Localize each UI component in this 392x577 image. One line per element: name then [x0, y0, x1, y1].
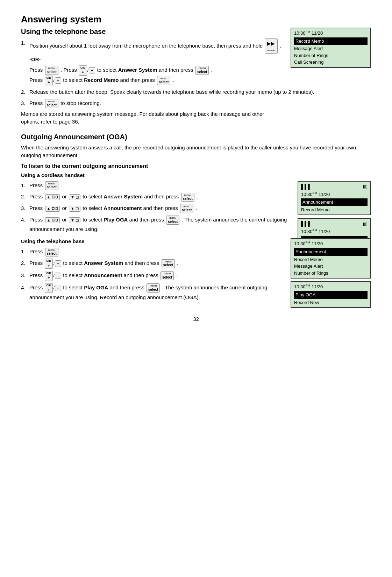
signal-icon-1: ▌▌▌ — [301, 183, 312, 190]
screen-display-1: 10:30PM 11/20 Record Memo Message Alert … — [291, 28, 371, 68]
signal-icon-2: ▌▌▌ — [301, 220, 312, 227]
battery-icon-2: ▮▯ — [363, 221, 368, 227]
screen-b1-highlight: Announcement — [294, 248, 368, 256]
section2-heading: Outgoing Announcement (OGA) — [21, 133, 371, 141]
section2-sub-heading: To listen to the current outgoing announ… — [21, 163, 371, 169]
down-btn-1: ▼ ◻ — [69, 194, 80, 200]
cid-up-btn-3: ▲ CID — [45, 217, 60, 223]
menu-select-btn-c3: menu select — [180, 204, 193, 213]
base-item-1: 1. Press menu select . — [21, 247, 284, 256]
base-section-2: Using the telephone base 10:30PM 11/20 A… — [21, 238, 371, 302]
base-item-2: 2. Press CID + / – to select Answer Syst… — [21, 259, 284, 269]
cid-plus-minus-btn-b4: CID + / – — [45, 283, 62, 293]
cordless-item-2: 2. Press ▲ CID or ▼ ◻ to select Answer S… — [21, 192, 291, 202]
screen-base-1: 10:30PM 11/20 Announcement Record Memo M… — [291, 238, 371, 279]
section-oga: Outgoing Announcement (OGA) When the ans… — [21, 133, 371, 302]
screen1-time: 10:30PM 11/20 — [294, 30, 368, 37]
screen-base-2: 10:30PM 11/20 Play OGA Record New — [291, 281, 371, 308]
menu-select-btn-b2: menu select — [162, 259, 175, 268]
memo-note: Memos are stored as answering system mes… — [21, 110, 284, 126]
menu-select-btn-b3: menu select — [161, 271, 174, 280]
screen-h1-highlight: Announcement — [301, 198, 368, 206]
screen1-line1: Message Alert — [294, 45, 368, 52]
section2-cordless-heading: Using a cordless handset — [21, 172, 371, 178]
menu-select-btn-c2: menu select — [181, 193, 194, 202]
menu-select-btn-3: menu select — [157, 76, 170, 85]
screen-b2-line1: Record New — [294, 299, 368, 306]
cordless-item-4: 4. Press ▲ CID or ▼ ◻ to select Play OGA… — [21, 215, 291, 233]
menu-select-btn-c1: menu select — [45, 181, 58, 190]
menu-select-btn-c4: menu select — [166, 216, 179, 225]
screen-h1-line1: Record Memo — [301, 207, 330, 212]
screen-b1-line2: Message Alert — [294, 263, 368, 270]
cid-up-btn-2: ▲ CID — [45, 206, 60, 212]
cid-plus-minus-btn-2: CID + / – — [45, 76, 62, 86]
page-number: 32 — [21, 316, 371, 322]
section-telephone-base: Using the telephone base 10:30PM 11/20 R… — [21, 28, 371, 126]
screen-b1-line3: Number of Rings — [294, 270, 368, 277]
page-title: Answering system — [21, 14, 371, 25]
down-btn-3: ▼ ◻ — [69, 217, 80, 223]
menu-select-btn-4: menu select — [45, 99, 58, 108]
screen1-line3: Call Screening — [294, 59, 368, 66]
screen1-highlight: Record Memo — [294, 37, 368, 45]
base-screens: 10:30PM 11/20 Announcement Record Memo M… — [291, 238, 371, 308]
cid-plus-minus-btn-b3: CID + / – — [45, 271, 62, 281]
screen-handset-1: ▌▌▌ ▮▯ 10:30PM 11/20 Announcement Record… — [298, 181, 371, 216]
section1-item2: 2. Release the button after the beep. Sp… — [21, 87, 371, 97]
menu-select-btn-b1: menu select — [45, 248, 58, 257]
screen1-line2: Number of Rings — [294, 52, 368, 59]
cordless-item-1: 1. Press menu select . — [21, 181, 291, 190]
cid-up-btn-1: ▲ CID — [45, 194, 60, 200]
cid-plus-minus-btn-1: CID + / – — [79, 65, 95, 76]
menu-select-btn-2: menu select — [195, 66, 209, 75]
cordless-item-3: 3. Press ▲ CID or ▼ ◻ to select Announce… — [21, 204, 291, 213]
section1-item3: 3. Press menu select to stop recording. — [21, 99, 371, 108]
battery-icon-1: ▮▯ — [363, 183, 368, 190]
base-item-3: 3. Press CID + / – to select Announcemen… — [21, 271, 284, 281]
memo-button: ▶▶ memo — [265, 38, 277, 54]
menu-select-btn-b4: menu select — [147, 283, 160, 293]
screen-b1-line1: Record Memo — [294, 256, 368, 263]
screen-b2-highlight: Play OGA — [294, 291, 368, 299]
menu-select-btn-1: menu select — [45, 66, 58, 75]
cordless-section: ▌▌▌ ▮▯ 10:30PM 11/20 Announcement Record… — [21, 181, 371, 234]
base-item-4: 4. Press CID + / – to select Play OGA an… — [21, 283, 284, 302]
main-heading: Answering system — [21, 14, 371, 25]
cid-plus-minus-btn-b2: CID + / – — [45, 259, 62, 269]
down-btn-2: ▼ ◻ — [69, 206, 80, 212]
section2-intro: When the answering system answers a call… — [21, 144, 368, 160]
